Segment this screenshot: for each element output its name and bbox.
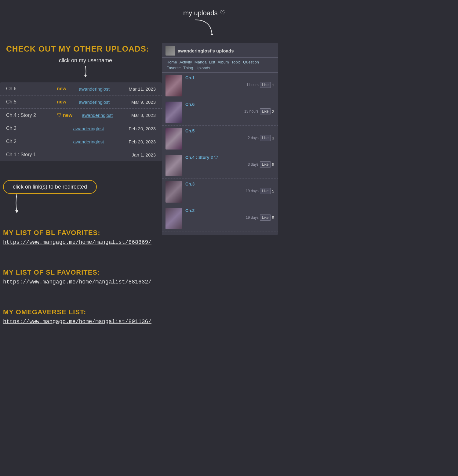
nav-item-list[interactable]: List xyxy=(208,60,216,65)
chapter-row: Ch.2 awanderinglost Feb 20, 2023 xyxy=(0,135,162,148)
chapter-title: Ch.1 : Story 1 xyxy=(6,152,55,157)
upload-entry: Ch.4 : Story 2 ♡ 3 days Like 5 xyxy=(162,152,278,179)
chapter-date: Feb 20, 2023 xyxy=(122,126,156,131)
like-button[interactable]: Like xyxy=(260,108,271,114)
like-button[interactable]: Like xyxy=(260,215,271,221)
upload-entry: Ch.2 19 days Like 5 xyxy=(162,205,278,232)
chapter-title: Ch.4 : Story 2 xyxy=(6,113,55,118)
entry-info: Ch.5 2 days Like 3 xyxy=(185,128,274,141)
entry-meta: 13 hours Like 2 xyxy=(185,108,274,114)
like-count: 5 xyxy=(272,215,274,220)
chapter-date: Jan 1, 2023 xyxy=(122,152,156,157)
uploads-annotation: my uploads ♡ xyxy=(183,9,226,37)
chapter-new-badge: new xyxy=(63,113,72,118)
chapter-new-badge: new xyxy=(57,99,66,105)
chapter-date: Mar 11, 2023 xyxy=(122,86,156,92)
entry-thumbnail xyxy=(165,181,182,203)
chapter-user-link[interactable]: awanderinglost xyxy=(66,86,122,92)
list-link[interactable]: https://www.mangago.me/home/mangalist/86… xyxy=(3,239,151,245)
list-title: MY LIST OF BL FAVORITES: xyxy=(3,229,151,237)
chapter-title: Ch.2 xyxy=(6,139,55,144)
entry-meta: 2 days Like 3 xyxy=(185,135,274,141)
chapter-new-badge: new xyxy=(57,86,66,92)
entry-info: Ch.1 1 hours Like 1 xyxy=(185,75,274,88)
chapter-heart: ♡ xyxy=(57,112,61,118)
like-button[interactable]: Like xyxy=(260,161,271,168)
upload-panel-nav: HomeActivityMangaListAlbumTopicQuestionF… xyxy=(162,58,278,73)
chapter-row: Ch.4 : Story 2 ♡ new awanderinglost Mar … xyxy=(0,109,162,122)
svg-marker-1 xyxy=(84,75,87,77)
entry-meta: 3 days Like 5 xyxy=(185,161,274,168)
click-username-annotation: click on my username xyxy=(6,57,165,64)
username-arrow-icon xyxy=(81,66,90,78)
chapter-user-link[interactable]: awanderinglost xyxy=(55,139,122,144)
chapter-table: Ch.6 new awanderinglost Mar 11, 2023 Ch.… xyxy=(0,82,162,161)
nav-item-thing[interactable]: Thing xyxy=(182,65,194,70)
check-out-section: CHECK OUT MY OTHER UPLOADS: click on my … xyxy=(6,44,165,78)
like-count: 3 xyxy=(272,136,274,140)
nav-item-activity[interactable]: Activity xyxy=(179,60,193,65)
entry-info: Ch.3 19 days Like 5 xyxy=(185,181,274,194)
entry-chapter-link[interactable]: Ch.4 : Story 2 ♡ xyxy=(185,155,218,160)
chapter-user-link[interactable]: awanderinglost xyxy=(55,126,122,131)
upload-panel-title: awanderinglost's uploads xyxy=(178,48,234,53)
entry-thumbnail xyxy=(165,155,182,176)
like-button[interactable]: Like xyxy=(260,82,271,88)
upload-entry: Ch.1 1 hours Like 1 xyxy=(162,73,278,99)
chapter-row: Ch.5 new awanderinglost Mar 9, 2023 xyxy=(0,96,162,109)
entry-chapter-link[interactable]: Ch.6 xyxy=(185,102,194,107)
list-section: MY LIST OF BL FAVORITES: https://www.man… xyxy=(3,229,151,245)
like-button[interactable]: Like xyxy=(260,135,271,141)
chapter-user-link[interactable]: awanderinglost xyxy=(66,99,122,105)
svg-marker-2 xyxy=(15,210,18,213)
nav-item-topic[interactable]: Topic xyxy=(231,60,242,65)
nav-item-uploads[interactable]: Uploads xyxy=(195,65,211,70)
entry-info: Ch.2 19 days Like 5 xyxy=(185,208,274,221)
entry-thumbnail xyxy=(165,102,182,123)
like-count: 1 xyxy=(272,83,274,87)
upload-panel-header: awanderinglost's uploads xyxy=(162,43,278,58)
entry-thumbnail xyxy=(165,75,182,96)
entry-time: 2 days xyxy=(248,136,258,140)
entry-chapter-link[interactable]: Ch.2 xyxy=(185,208,194,213)
redirect-oval: click on link(s) to be redirected xyxy=(3,180,97,194)
list-title: MY OMEGAVERSE LIST: xyxy=(3,308,151,316)
uploads-annotation-text: my uploads ♡ xyxy=(183,9,226,17)
list-link[interactable]: https://www.mangago.me/home/mangalist/88… xyxy=(3,279,151,285)
entry-thumbnail xyxy=(165,208,182,229)
redirect-arrow-icon xyxy=(12,194,24,215)
check-out-title: CHECK OUT MY OTHER UPLOADS: xyxy=(6,44,165,54)
entry-meta: 19 days Like 5 xyxy=(185,188,274,194)
uploads-arrow-icon xyxy=(192,18,216,37)
entry-chapter-link[interactable]: Ch.1 xyxy=(185,75,194,80)
entry-info: Ch.6 13 hours Like 2 xyxy=(185,102,274,114)
nav-item-favorite[interactable]: Favorite xyxy=(165,65,182,70)
chapter-date: Mar 8, 2023 xyxy=(122,113,156,118)
entry-info: Ch.4 : Story 2 ♡ 3 days Like 5 xyxy=(185,155,274,168)
entry-chapter-link[interactable]: Ch.3 xyxy=(185,182,194,186)
redirect-text: click on link(s) to be redirected xyxy=(13,184,87,190)
chapter-row: Ch.3 awanderinglost Feb 20, 2023 xyxy=(0,122,162,135)
entry-thumbnail xyxy=(165,128,182,150)
like-count: 5 xyxy=(272,189,274,193)
chapter-row: Ch.6 new awanderinglost Mar 11, 2023 xyxy=(0,82,162,96)
nav-item-question[interactable]: Question xyxy=(242,60,260,65)
entry-time: 3 days xyxy=(248,162,258,167)
list-link[interactable]: https://www.mangago.me/home/mangalist/89… xyxy=(3,319,151,325)
chapter-title: Ch.5 xyxy=(6,99,55,105)
nav-item-album[interactable]: Album xyxy=(217,60,230,65)
chapter-date: Mar 9, 2023 xyxy=(122,99,156,105)
entry-chapter-link[interactable]: Ch.5 xyxy=(185,128,194,133)
entry-time: 13 hours xyxy=(244,109,259,114)
nav-item-manga[interactable]: Manga xyxy=(194,60,208,65)
entry-meta: 1 hours Like 1 xyxy=(185,82,274,88)
like-button[interactable]: Like xyxy=(260,188,271,194)
chapter-user-link[interactable]: awanderinglost xyxy=(72,113,122,118)
upload-entry: Ch.3 19 days Like 5 xyxy=(162,179,278,205)
entry-time: 19 days xyxy=(246,215,259,220)
entry-time: 1 hours xyxy=(246,83,259,87)
list-section: MY OMEGAVERSE LIST: https://www.mangago.… xyxy=(3,308,151,325)
list-title: MY LIST OF SL FAVORITES: xyxy=(3,269,151,276)
chapter-row: Ch.1 : Story 1 Jan 1, 2023 xyxy=(0,148,162,161)
nav-item-home[interactable]: Home xyxy=(165,60,178,65)
